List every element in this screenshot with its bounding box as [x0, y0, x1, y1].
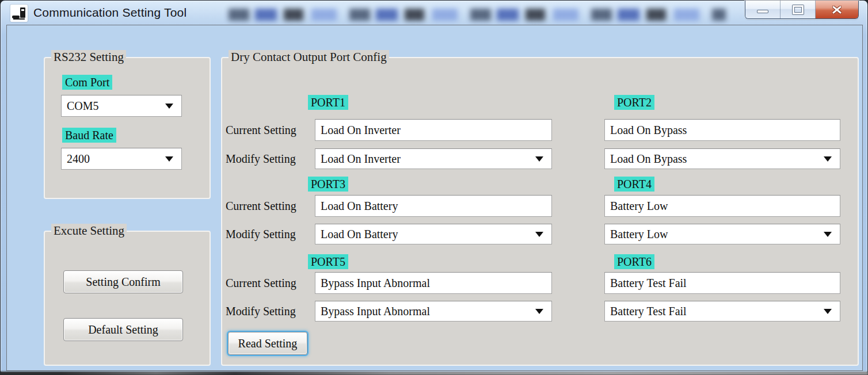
- read-setting-button[interactable]: Read Setting: [228, 332, 307, 355]
- port5-badge: PORT5: [308, 254, 348, 269]
- app-window: Communication Setting Tool RS232 Setting…: [0, 0, 868, 373]
- rs232-group-label: RS232 Setting: [51, 50, 126, 64]
- port5-modify-select[interactable]: Bypass Input Abnormal: [315, 301, 552, 322]
- port5-current-field[interactable]: Bypass Input Abnormal: [315, 272, 552, 294]
- port6-modify-select[interactable]: Battery Test Fail: [604, 301, 840, 322]
- modify-setting-label: Modify Setting: [226, 148, 296, 170]
- minimize-button[interactable]: [745, 1, 781, 18]
- port3-current-field[interactable]: Load On Battery: [315, 195, 552, 217]
- port4-current-field[interactable]: Battery Low: [604, 195, 840, 217]
- chevron-down-icon: [535, 232, 543, 237]
- current-setting-label: Current Setting: [226, 119, 296, 141]
- port4-modify-select[interactable]: Battery Low: [604, 224, 840, 244]
- baud-rate-select[interactable]: 2400: [61, 148, 182, 170]
- setting-confirm-button[interactable]: Setting Confirm: [63, 270, 183, 293]
- port1-badge: PORT1: [308, 95, 348, 110]
- default-setting-button[interactable]: Default Setting: [63, 318, 183, 341]
- port2-modify-select[interactable]: Load On Bypass: [604, 148, 840, 169]
- chevron-down-icon: [535, 156, 543, 162]
- port3-modify-value: Load On Battery: [321, 228, 398, 241]
- baud-rate-label: Baud Rate: [62, 128, 116, 143]
- minimize-icon: [757, 10, 768, 13]
- baud-rate-value: 2400: [67, 152, 90, 166]
- current-setting-label: Current Setting: [226, 272, 296, 294]
- client-area: RS232 Setting Com Port COM5 Baud Rate 24…: [6, 25, 863, 371]
- rs232-group: RS232 Setting Com Port COM5 Baud Rate 24…: [44, 57, 211, 199]
- close-icon: [832, 6, 842, 14]
- chevron-down-icon: [165, 156, 173, 162]
- chevron-down-icon: [824, 309, 832, 314]
- maximize-button[interactable]: [781, 1, 816, 18]
- modify-setting-label: Modify Setting: [226, 300, 296, 322]
- title-bar: Communication Setting Tool: [1, 1, 867, 25]
- modify-setting-label: Modify Setting: [226, 223, 296, 245]
- ups-device-icon: [10, 5, 28, 22]
- caption-buttons: [745, 1, 859, 19]
- close-button[interactable]: [816, 1, 858, 18]
- maximize-icon: [793, 5, 804, 14]
- port5-modify-value: Bypass Input Abnormal: [321, 305, 430, 318]
- current-setting-label: Current Setting: [226, 195, 296, 217]
- dry-contact-group-label: Dry Contact Output Port Config: [229, 50, 389, 64]
- chevron-down-icon: [165, 104, 173, 109]
- port4-modify-value: Battery Low: [610, 228, 668, 241]
- window-title: Communication Setting Tool: [33, 1, 186, 25]
- dry-contact-group: Dry Contact Output Port Config PORT1 POR…: [221, 57, 859, 366]
- chevron-down-icon: [824, 156, 832, 162]
- port2-modify-value: Load On Bypass: [610, 152, 687, 166]
- com-port-value: COM5: [67, 100, 99, 113]
- execute-group: Excute Setting Setting Confirm Default S…: [44, 231, 211, 366]
- port6-badge: PORT6: [614, 254, 654, 269]
- port1-modify-value: Load On Inverter: [321, 152, 401, 166]
- app-icon[interactable]: [10, 5, 28, 22]
- com-port-select[interactable]: COM5: [61, 95, 182, 117]
- chevron-down-icon: [535, 309, 543, 314]
- port4-badge: PORT4: [614, 177, 654, 192]
- port1-current-field[interactable]: Load On Inverter: [315, 119, 552, 141]
- port6-current-field[interactable]: Battery Test Fail: [604, 272, 840, 294]
- desktop-edge-strip: [0, 372, 868, 375]
- blurred-title-text: [224, 9, 726, 21]
- port2-current-field[interactable]: Load On Bypass: [604, 119, 840, 141]
- port3-badge: PORT3: [308, 177, 348, 192]
- port6-modify-value: Battery Test Fail: [610, 305, 687, 318]
- chevron-down-icon: [824, 232, 832, 237]
- port1-modify-select[interactable]: Load On Inverter: [315, 148, 552, 169]
- port2-badge: PORT2: [614, 95, 654, 110]
- com-port-label: Com Port: [62, 75, 112, 90]
- port3-modify-select[interactable]: Load On Battery: [315, 224, 552, 244]
- execute-group-label: Excute Setting: [51, 224, 127, 238]
